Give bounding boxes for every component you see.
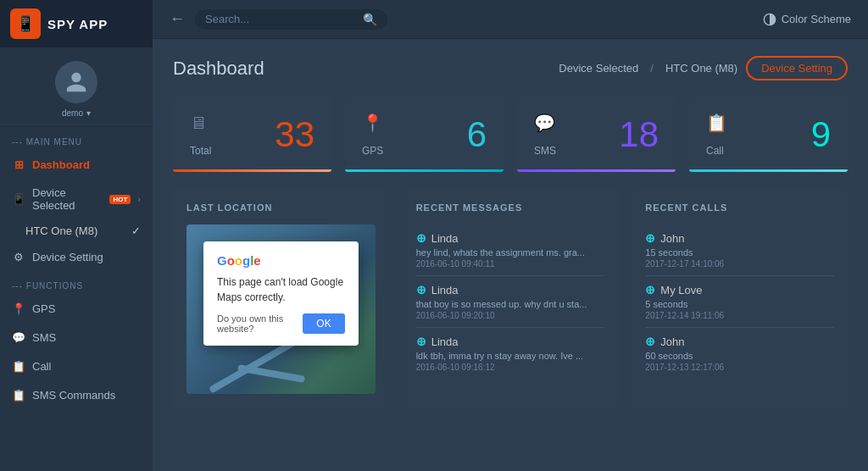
sidebar-item-gps[interactable]: 📍 GPS: [0, 294, 153, 323]
message-sender-1: ⊕ Linda: [416, 283, 605, 296]
sidebar: 📱 SPY APP demo ▾ --- MAIN MENU ⊞ Dashboa…: [0, 0, 153, 471]
chevron-icon: ›: [137, 194, 141, 204]
content-area: Dashboard Device Selected / HTC One (M8)…: [153, 39, 868, 471]
stat-total-label: Total: [190, 145, 211, 157]
doc-icon: 📋: [706, 113, 727, 133]
chat-icon: 💬: [534, 113, 556, 133]
search-box: 🔍: [195, 9, 387, 30]
sms-cmd-icon: 📋: [12, 388, 25, 402]
message-text-0: hey lind, whats the assignment ms. gra..…: [416, 247, 605, 258]
plus-icon: ⊕: [645, 283, 655, 296]
plus-icon: ⊕: [416, 283, 426, 296]
stat-sms-value: 18: [619, 114, 659, 155]
stats-row: 🖥 Total 33 📍 GPS 6 💬 SMS 18: [173, 97, 848, 172]
messages-list: ⊕ Linda hey lind, whats the assignment m…: [416, 224, 605, 379]
back-button[interactable]: ←: [170, 10, 185, 28]
search-icon: 🔍: [363, 13, 377, 26]
sidebar-header: 📱 SPY APP: [0, 0, 153, 47]
message-time-2: 2016-06-10 09:16:12: [416, 363, 605, 372]
call-duration-2: 60 seconds: [645, 351, 834, 361]
panels-row: LAST LOCATION Google This page can't loa…: [173, 189, 848, 407]
message-sender-2: ⊕ Linda: [416, 335, 605, 348]
section-functions-label: --- FUNCTIONS: [0, 271, 153, 294]
sidebar-item-call[interactable]: 📋 Call: [0, 352, 153, 380]
device-name-label: HTC One (M8): [25, 224, 97, 237]
stat-sms-label: SMS: [534, 145, 556, 157]
sidebar-sms-commands-label: SMS Commands: [32, 389, 115, 402]
stat-gps-label: GPS: [362, 145, 383, 157]
stat-total-value: 33: [275, 114, 314, 155]
main-content: ← 🔍 Color Scheme Dashboard Device Select…: [153, 0, 868, 471]
stat-sms-left: 💬 SMS: [534, 113, 556, 157]
color-scheme-label: Color Scheme: [782, 13, 851, 25]
sidebar-item-dashboard-label: Dashboard: [32, 158, 90, 171]
sidebar-item-device-selected[interactable]: 📱 Device Selected HOT ›: [0, 179, 153, 219]
gps-icon: 📍: [12, 302, 25, 315]
list-item: ⊕ Linda hey lind, whats the assignment m…: [416, 224, 605, 276]
message-text-1: that boy is so messed up. why dnt u sta.…: [416, 299, 605, 309]
page-title: Dashboard: [173, 58, 264, 80]
breadcrumb-device-name: HTC One (M8): [665, 62, 737, 75]
stat-call-value: 9: [811, 114, 831, 155]
monitor-icon: 🖥: [190, 114, 211, 133]
calls-panel-title: RECENT CALLS: [645, 202, 834, 213]
dashboard-icon: ⊞: [12, 158, 25, 171]
call-sender-1: ⊕ My Love: [645, 283, 834, 296]
message-time-1: 2016-06-10 09:20:10: [416, 311, 605, 320]
stat-total: 🖥 Total 33: [173, 97, 331, 172]
list-item: ⊕ Linda ldk tbh, imma try n stay away no…: [416, 328, 605, 379]
list-item: ⊕ Linda that boy is so messed up. why dn…: [416, 276, 605, 328]
panel-messages: RECENT MESSAGES ⊕ Linda hey lind, whats …: [403, 189, 619, 407]
list-item: ⊕ John 60 seconds 2017-12-13 12:17:06: [645, 328, 834, 379]
device-setting-button[interactable]: Device Setting: [746, 56, 848, 80]
stat-sms: 💬 SMS 18: [517, 97, 676, 172]
breadcrumb-separator: /: [650, 62, 654, 75]
breadcrumb-device-selected: Device Selected: [559, 62, 638, 75]
sidebar-item-device-setting-label: Device Setting: [32, 251, 103, 263]
call-duration-1: 5 seconds: [645, 299, 834, 309]
topbar-right[interactable]: Color Scheme: [763, 13, 851, 26]
message-time-0: 2016-06-10 09:40:11: [416, 259, 605, 269]
maps-error-message: This page can't load Google Maps correct…: [217, 274, 345, 305]
dialog-ok-button[interactable]: OK: [303, 313, 344, 334]
sidebar-gps-label: GPS: [32, 302, 55, 315]
plus-icon: ⊕: [416, 231, 426, 245]
topbar: ← 🔍 Color Scheme: [153, 0, 868, 39]
search-input[interactable]: [205, 13, 358, 25]
sidebar-sms-label: SMS: [32, 331, 56, 344]
sidebar-item-sms-commands[interactable]: 📋 SMS Commands: [0, 380, 153, 409]
plus-icon: ⊕: [416, 335, 426, 348]
sidebar-item-device-name[interactable]: HTC One (M8) ✓: [0, 219, 153, 242]
call-time-1: 2017-12-14 19:11:06: [645, 311, 834, 320]
stat-call-left: 📋 Call: [706, 113, 727, 157]
stat-gps: 📍 GPS 6: [345, 97, 504, 172]
stat-total-left: 🖥 Total: [190, 114, 211, 157]
device-icon: 📱: [12, 192, 25, 206]
page-header-right: Device Selected / HTC One (M8) Device Se…: [559, 56, 848, 80]
map-container: Google This page can't load Google Maps …: [186, 224, 376, 394]
message-sender-0: ⊕ Linda: [416, 231, 605, 245]
dialog-footer: Do you own this website? OK: [217, 313, 345, 334]
call-icon: 📋: [12, 359, 25, 373]
sidebar-item-device-setting[interactable]: ⚙ Device Setting: [0, 242, 153, 271]
call-time-2: 2017-12-13 12:17:06: [645, 363, 834, 372]
list-item: ⊕ My Love 5 seconds 2017-12-14 19:11:06: [645, 276, 834, 328]
stat-call-label: Call: [706, 145, 727, 157]
call-sender-2: ⊕ John: [645, 335, 834, 348]
sidebar-item-sms[interactable]: 💬 SMS: [0, 323, 153, 352]
color-scheme-icon: [763, 13, 776, 26]
page-header: Dashboard Device Selected / HTC One (M8)…: [173, 56, 848, 80]
list-item: ⊕ John 15 seconds 2017-12-17 14:10:06: [645, 224, 834, 276]
sidebar-call-label: Call: [32, 360, 51, 373]
check-icon: ✓: [131, 224, 141, 237]
pin-icon: 📍: [362, 113, 383, 133]
message-text-2: ldk tbh, imma try n stay away now. Ive .…: [416, 351, 605, 361]
messages-panel-title: RECENT MESSAGES: [416, 202, 605, 213]
maps-error-dialog: Google This page can't load Google Maps …: [203, 241, 359, 346]
gear-icon: ⚙: [12, 250, 25, 263]
calls-list: ⊕ John 15 seconds 2017-12-17 14:10:06 ⊕ …: [645, 224, 834, 379]
sidebar-item-dashboard[interactable]: ⊞ Dashboard: [0, 150, 153, 179]
call-sender-0: ⊕ John: [645, 231, 834, 245]
section-main-label: --- MAIN MENU: [0, 127, 153, 150]
plus-icon: ⊕: [645, 231, 655, 245]
